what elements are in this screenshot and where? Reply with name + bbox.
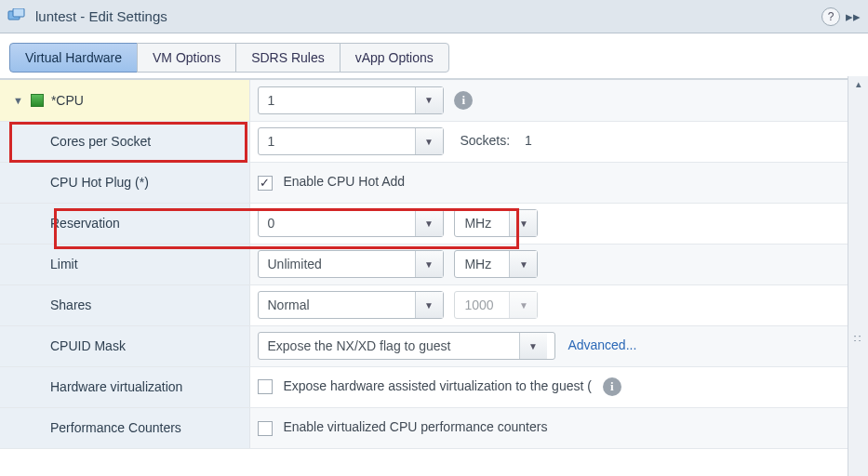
cpuid-mask-value: Expose the NX/XD flag to guest xyxy=(259,333,519,359)
cpu-hot-plug-label: CPU Hot Plug (*) xyxy=(50,175,149,190)
reservation-combo[interactable]: 0 ▼ xyxy=(258,209,444,237)
cpuid-mask-label: CPUID Mask xyxy=(50,338,126,353)
reservation-unit-combo[interactable]: MHz ▼ xyxy=(454,209,538,237)
enable-cpu-hot-add-label: Enable CPU Hot Add xyxy=(283,174,405,189)
cpuid-advanced-link[interactable]: Advanced... xyxy=(568,337,636,352)
expose-hw-virtualization-checkbox[interactable] xyxy=(258,379,273,394)
svg-rect-1 xyxy=(13,8,24,17)
enable-cpu-hot-add-checkbox[interactable] xyxy=(258,176,273,191)
reservation-unit: MHz xyxy=(455,210,509,236)
titlebar: luntest - Edit Settings ? ▸▸ xyxy=(0,0,868,33)
reservation-value: 0 xyxy=(259,210,415,236)
chevron-down-icon[interactable]: ▼ xyxy=(509,210,537,236)
hardware-virtualization-label: Hardware virtualization xyxy=(50,379,182,394)
cpu-section-header[interactable]: ▼ *CPU xyxy=(0,80,249,121)
scrollbar[interactable]: ▴ :: xyxy=(848,76,868,476)
window-title: luntest - Edit Settings xyxy=(35,8,167,24)
sockets-value: 1 xyxy=(525,133,532,148)
cores-per-socket-combo[interactable]: 1 ▼ xyxy=(258,127,444,155)
tabs-bar: Virtual Hardware VM Options SDRS Rules v… xyxy=(0,33,868,79)
cpu-section-label: *CPU xyxy=(51,93,84,108)
cores-per-socket-value: 1 xyxy=(259,128,415,154)
cpu-icon xyxy=(31,94,44,107)
info-icon[interactable]: i xyxy=(603,377,621,396)
shares-label: Shares xyxy=(50,298,91,312)
shares-number: 1000 xyxy=(455,292,509,318)
cpu-count-combo[interactable]: 1 ▼ xyxy=(258,86,444,114)
limit-unit-combo[interactable]: MHz ▼ xyxy=(454,250,538,278)
vm-settings-icon xyxy=(7,7,26,26)
chevron-down-icon[interactable]: ▼ xyxy=(415,251,443,277)
chevron-down-icon[interactable]: ▼ xyxy=(519,333,547,359)
chevron-down-icon[interactable]: ▼ xyxy=(415,128,443,154)
sockets-label: Sockets: xyxy=(460,133,510,148)
shares-number-combo: 1000 ▼ xyxy=(454,291,538,319)
shares-value: Normal xyxy=(259,292,415,318)
cpuid-mask-combo[interactable]: Expose the NX/XD flag to guest ▼ xyxy=(258,332,555,360)
settings-panel: ▼ *CPU 1 ▼ i Cores per Socket xyxy=(0,79,868,476)
tab-virtual-hardware[interactable]: Virtual Hardware xyxy=(9,43,138,73)
chevron-down-icon[interactable]: ▼ xyxy=(415,210,443,236)
tab-vapp-options[interactable]: vApp Options xyxy=(340,43,449,73)
limit-value: Unlimited xyxy=(259,251,415,277)
resize-grip-icon: :: xyxy=(848,332,868,343)
info-icon[interactable]: i xyxy=(454,91,473,110)
scroll-up-icon[interactable]: ▴ xyxy=(848,78,868,90)
tab-vm-options[interactable]: VM Options xyxy=(137,43,236,73)
chevron-down-icon[interactable]: ▼ xyxy=(509,251,537,277)
cores-per-socket-label: Cores per Socket xyxy=(50,134,151,149)
reservation-label: Reservation xyxy=(50,216,120,231)
shares-combo[interactable]: Normal ▼ xyxy=(258,291,444,319)
limit-combo[interactable]: Unlimited ▼ xyxy=(258,250,444,278)
collapse-icon[interactable]: ▼ xyxy=(13,95,23,106)
expose-hw-virtualization-label: Expose hardware assisted virtualization … xyxy=(283,378,592,393)
chevron-down-icon[interactable]: ▼ xyxy=(415,292,443,318)
chevron-down-icon: ▼ xyxy=(509,292,537,318)
help-icon[interactable]: ? xyxy=(821,7,840,26)
limit-label: Limit xyxy=(50,257,78,271)
performance-counters-label: Performance Counters xyxy=(50,420,181,435)
tab-sdrs-rules[interactable]: SDRS Rules xyxy=(235,43,341,73)
expand-icon[interactable]: ▸▸ xyxy=(846,8,861,25)
enable-perf-counters-checkbox[interactable] xyxy=(258,421,273,436)
cpu-count-value: 1 xyxy=(259,87,415,113)
limit-unit: MHz xyxy=(455,251,509,277)
enable-perf-counters-label: Enable virtualized CPU performance count… xyxy=(283,419,547,434)
chevron-down-icon[interactable]: ▼ xyxy=(415,87,443,113)
